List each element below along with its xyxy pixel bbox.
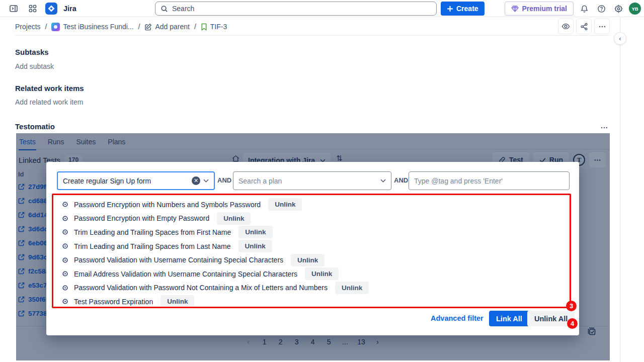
breadcrumb-separator: / xyxy=(194,23,196,31)
gem-icon xyxy=(511,6,519,12)
list-item: Trim Leading and Trailing Spaces from Fi… xyxy=(62,225,369,239)
app-switcher-button[interactable] xyxy=(26,2,39,15)
jira-logo-icon[interactable] xyxy=(45,3,57,15)
project-avatar-icon xyxy=(51,23,60,31)
advanced-filter-link[interactable]: Advanced filter xyxy=(431,314,484,322)
annotation-badge-4: 4 xyxy=(567,318,578,329)
unlink-button[interactable]: Unlink xyxy=(335,282,369,294)
unlink-button[interactable]: Unlink xyxy=(238,226,272,238)
tag-filter-input[interactable] xyxy=(414,177,564,185)
watch-button[interactable] xyxy=(558,19,574,34)
breadcrumb-project-label: Test iBusiness Fundi... xyxy=(63,23,133,31)
circle-dot-icon xyxy=(62,257,68,263)
sidebar-toggle-icon xyxy=(9,4,18,13)
test-title: Trim Leading and Trailing Spaces from La… xyxy=(74,242,231,250)
notifications-button[interactable] xyxy=(578,2,591,15)
chevron-left-icon: ‹ xyxy=(619,35,621,42)
list-item: Test Password Expiration Unlink xyxy=(62,295,369,309)
breadcrumb-projects[interactable]: Projects xyxy=(15,23,41,31)
circle-dot-icon xyxy=(62,270,68,277)
unlink-button[interactable]: Unlink xyxy=(160,295,194,308)
add-subtask-link[interactable]: Add subtask xyxy=(15,62,54,70)
chevron-down-icon[interactable] xyxy=(203,179,209,183)
tag-filter-field[interactable] xyxy=(409,171,570,190)
premium-trial-label: Premium trial xyxy=(522,5,567,13)
link-tests-modal: ✕ AND AND Password Encryption with Numbe xyxy=(46,162,579,335)
premium-trial-button[interactable]: Premium trial xyxy=(505,2,574,16)
search-icon xyxy=(160,5,168,13)
top-navigation: Jira Create Premium trial xyxy=(0,0,644,17)
breadcrumb-project[interactable]: Test iBusiness Fundi... xyxy=(51,23,133,31)
annotation-badge-3: 3 xyxy=(566,301,577,311)
global-search[interactable] xyxy=(155,2,437,16)
create-button-label: Create xyxy=(456,5,478,13)
breadcrumb-issue[interactable]: TIF-3 xyxy=(201,23,227,31)
clear-icon[interactable]: ✕ xyxy=(192,176,200,185)
list-item: Email Address Validation with Username C… xyxy=(62,267,369,281)
test-title: Password Encryption with Empty Password xyxy=(74,214,209,222)
nav-right-cluster: Premium trial YB xyxy=(505,2,641,16)
add-parent-button[interactable]: Add parent xyxy=(144,23,190,31)
list-item: Password Validation with Username Contai… xyxy=(62,253,369,267)
list-item: Password Encryption with Empty Password … xyxy=(62,212,369,226)
unlink-button[interactable]: Unlink xyxy=(305,267,339,280)
test-title: Test Password Expiration xyxy=(74,298,153,306)
add-related-item-link[interactable]: Add related work item xyxy=(15,98,83,106)
unlink-button[interactable]: Unlink xyxy=(291,254,325,266)
related-items-heading: Related work items xyxy=(15,84,84,93)
search-input[interactable] xyxy=(172,5,431,13)
testomatio-heading: Testomatio xyxy=(15,122,55,131)
breadcrumb-issue-label: TIF-3 xyxy=(210,23,227,31)
unlink-button[interactable]: Unlink xyxy=(217,212,251,225)
ellipsis-icon xyxy=(598,23,606,31)
list-item: Password Validation with Password Not Co… xyxy=(62,281,369,295)
app-name: Jira xyxy=(63,5,76,13)
list-item: Password Encryption with Numbers and Sym… xyxy=(62,198,369,212)
test-filter-input[interactable] xyxy=(63,177,189,185)
chevron-down-icon[interactable] xyxy=(380,179,386,183)
subtasks-heading: Subtasks xyxy=(15,48,49,56)
question-circle-icon xyxy=(597,5,606,13)
link-all-button[interactable]: Link All xyxy=(489,311,529,326)
plan-filter-select[interactable] xyxy=(233,171,391,190)
create-button[interactable]: Create xyxy=(441,2,485,16)
issue-actions xyxy=(558,19,610,34)
breadcrumb: Projects / Test iBusiness Fundi... / Add… xyxy=(15,20,227,33)
sidebar-toggle-button[interactable] xyxy=(7,2,20,15)
unlink-button[interactable]: Unlink xyxy=(268,198,302,211)
jira-screen: Jira Create Premium trial xyxy=(0,0,644,362)
add-parent-label: Add parent xyxy=(155,23,190,31)
test-title: Password Validation with Password Not Co… xyxy=(74,284,328,292)
circle-dot-icon xyxy=(62,298,68,305)
test-title: Password Encryption with Numbers and Sym… xyxy=(74,201,261,209)
user-avatar[interactable]: YB xyxy=(629,3,641,15)
test-title: Email Address Validation with Username C… xyxy=(74,270,297,278)
settings-button[interactable] xyxy=(612,2,625,15)
eye-icon xyxy=(561,22,570,31)
testomatio-more-button[interactable] xyxy=(598,121,611,134)
circle-dot-icon xyxy=(62,229,68,235)
circle-dot-icon xyxy=(62,243,68,249)
circle-dot-icon xyxy=(62,285,68,291)
test-filter-select[interactable]: ✕ xyxy=(57,171,215,190)
and-label: AND xyxy=(217,176,231,184)
more-actions-button[interactable] xyxy=(594,19,610,34)
list-item: Trim Leading and Trailing Spaces from La… xyxy=(62,239,369,253)
help-button[interactable] xyxy=(595,2,608,15)
edit-icon xyxy=(144,23,152,31)
plus-icon xyxy=(447,6,453,12)
and-label: AND xyxy=(394,176,408,184)
plan-filter-input[interactable] xyxy=(238,177,377,185)
breadcrumb-separator: / xyxy=(45,23,47,31)
share-icon xyxy=(580,23,588,31)
test-title: Trim Leading and Trailing Spaces from Fi… xyxy=(74,228,231,236)
collapse-panel-button[interactable]: ‹ xyxy=(614,32,626,45)
circle-dot-icon xyxy=(62,215,68,222)
breadcrumb-separator: / xyxy=(138,23,140,31)
share-button[interactable] xyxy=(576,19,592,34)
linkable-tests-list: Password Encryption with Numbers and Sym… xyxy=(62,198,369,309)
nav-left-cluster: Jira xyxy=(7,0,76,17)
test-title: Password Validation with Username Contai… xyxy=(74,256,283,264)
unlink-button[interactable]: Unlink xyxy=(238,240,272,252)
bell-icon xyxy=(580,5,589,13)
